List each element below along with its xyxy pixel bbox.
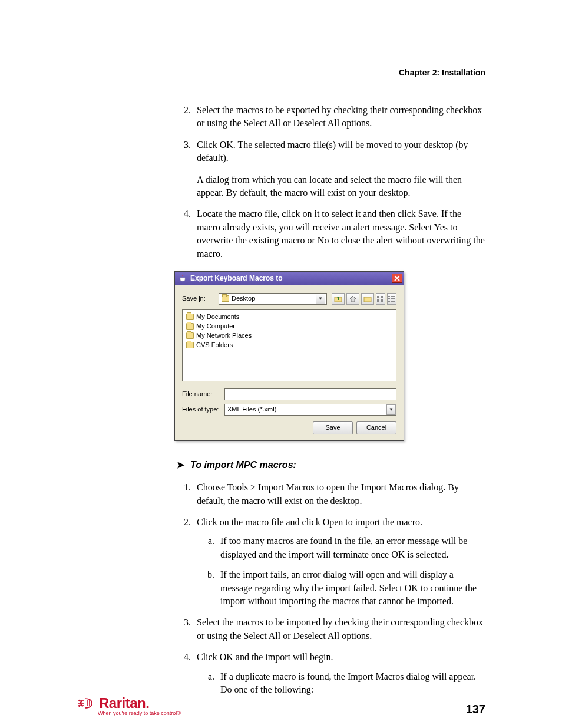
home-button[interactable] [346,293,359,305]
java-icon [178,274,187,282]
step-3: Click OK. The selected macro file(s) wil… [193,139,485,200]
list-view-button[interactable] [376,293,385,305]
import-step-4-text: Click OK and the import will begin. [197,652,333,662]
brand-tagline: When you're ready to take control® [98,710,181,716]
import-step-3: Select the macros to be imported by chec… [193,616,485,643]
file-type-label: Files of type: [182,405,224,414]
arrow-icon: ➤ [177,460,184,470]
svg-rect-6 [388,296,390,297]
step-4: Locate the macro file, click on it to se… [193,207,485,261]
svg-rect-8 [388,298,390,299]
dialog-button-row: Save Cancel [182,421,396,434]
close-icon [394,275,400,281]
details-view-icon [388,296,395,302]
svg-rect-5 [381,299,383,302]
up-folder-icon [334,295,342,302]
chapter-heading: Chapter 2: Installation [77,68,485,77]
list-item[interactable]: CVS Folders [186,341,392,350]
new-folder-button[interactable] [361,293,374,305]
file-item-label: My Documents [196,312,239,321]
list-item[interactable]: My Documents [186,312,392,322]
step-3-text: Click OK. The selected macro file(s) wil… [197,140,468,163]
import-subheading: ➤To import MPC macros: [177,459,485,472]
svg-rect-2 [377,296,379,298]
import-step-4: Click OK and the import will begin. If a… [193,651,485,696]
dialog-titlebar: Export Keyboard Macros to [175,272,404,285]
file-name-row: File name: [182,388,396,400]
list-view-icon [377,296,384,302]
file-item-label: My Network Places [196,331,252,340]
cancel-button[interactable]: Cancel [356,421,396,434]
new-folder-icon [363,295,372,302]
import-step-2-sublist: If too many macros are found in the file… [197,535,485,608]
import-step-2b-text: If the import fails, an error dialog wil… [220,569,477,606]
svg-rect-3 [381,296,383,298]
page-footer: Raritan. When you're ready to take contr… [77,695,485,716]
file-type-row: Files of type: XML Files (*.xml) ▼ [182,404,396,416]
export-steps-list: Select the macros to be exported by chec… [177,104,485,261]
folder-icon [186,323,194,330]
export-dialog: Export Keyboard Macros to Save in: Deskt… [174,271,404,441]
file-type-dropdown[interactable]: XML Files (*.xml) ▼ [224,404,396,416]
import-step-3-text: Select the macros to be imported by chec… [197,617,483,640]
brand-logo: Raritan. When you're ready to take contr… [77,695,181,716]
step-2: Select the macros to be exported by chec… [193,104,485,130]
import-steps-list: Choose Tools > Import Macros to open the… [177,481,485,696]
dropdown-arrow-icon[interactable]: ▼ [386,404,396,415]
file-list[interactable]: My Documents My Computer My Network Plac… [182,309,396,381]
import-step-2a-text: If too many macros are found in the file… [220,536,467,559]
details-view-button[interactable] [387,293,396,305]
svg-rect-1 [364,297,371,302]
save-in-value: Desktop [232,294,255,303]
import-step-1: Choose Tools > Import Macros to open the… [193,481,485,508]
import-step-4a: If a duplicate macro is found, the Impor… [217,670,485,697]
save-in-row: Save in: Desktop ▼ [182,293,396,305]
dropdown-arrow-icon[interactable]: ▼ [316,294,325,304]
file-item-label: CVS Folders [196,341,233,350]
file-item-label: My Computer [196,322,235,331]
import-step-4a-text: If a duplicate macro is found, the Impor… [220,671,476,694]
dialog-title: Export Keyboard Macros to [190,274,392,284]
folder-icon [222,295,229,302]
list-item[interactable]: My Computer [186,322,392,331]
import-step-2b: If the import fails, an error dialog wil… [217,568,485,608]
file-name-label: File name: [182,390,224,398]
save-in-label: Save in: [182,294,219,303]
svg-rect-4 [377,299,379,302]
import-step-2a: If too many macros are found in the file… [217,535,485,561]
import-subheading-text: To import MPC macros: [190,460,296,470]
save-in-dropdown[interactable]: Desktop ▼ [219,293,327,305]
page-number: 137 [466,703,485,716]
dialog-body: Save in: Desktop ▼ [175,285,404,440]
step-4-text: Locate the macro file, click on it to se… [197,209,485,258]
folder-icon [186,332,194,339]
file-type-value: XML Files (*.xml) [227,405,276,414]
import-step-4-sublist: If a duplicate macro is found, the Impor… [197,670,485,697]
list-item[interactable]: My Network Places [186,331,392,341]
logo-mark-icon [77,696,97,710]
home-icon [349,295,357,302]
import-step-2-text: Click on the macro file and click Open t… [197,517,422,527]
file-name-input[interactable] [224,388,396,400]
brand-name: Raritan. [99,695,149,711]
close-button[interactable] [392,274,402,283]
svg-rect-7 [391,296,395,297]
step-2-text: Select the macros to be exported by chec… [197,105,482,128]
import-step-2: Click on the macro file and click Open t… [193,516,485,608]
svg-rect-11 [391,301,395,302]
up-folder-button[interactable] [332,293,345,305]
folder-icon [186,314,194,320]
save-button[interactable]: Save [313,421,353,434]
svg-rect-9 [391,298,395,299]
import-step-1-text: Choose Tools > Import Macros to open the… [197,482,459,505]
dialog-toolbar [332,293,396,305]
main-content: Select the macros to be exported by chec… [177,104,485,696]
step-3-paragraph: A dialog from which you can locate and s… [197,173,485,200]
svg-rect-10 [388,301,390,302]
folder-icon [186,342,194,348]
